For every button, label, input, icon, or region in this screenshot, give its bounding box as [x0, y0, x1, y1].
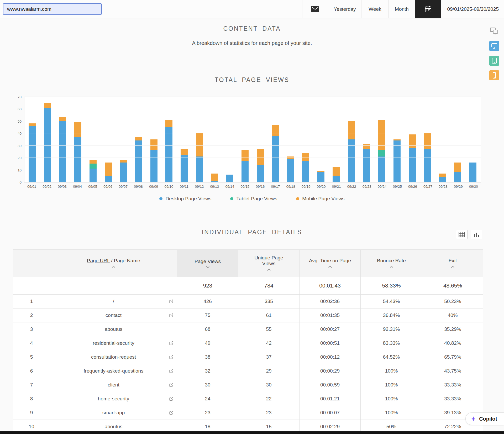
- x-axis-label: 09/18: [285, 185, 297, 189]
- bar-09/20[interactable]: [317, 171, 324, 182]
- external-link-icon[interactable]: [169, 341, 174, 346]
- bar-09/22[interactable]: [348, 121, 355, 182]
- tab-month[interactable]: Month: [388, 0, 415, 18]
- bar-09/03[interactable]: [59, 117, 66, 182]
- email-report-button[interactable]: [302, 0, 328, 18]
- bar-09/14[interactable]: [226, 175, 233, 182]
- bar-09/16[interactable]: [257, 149, 264, 182]
- tablet-toggle[interactable]: [489, 56, 499, 66]
- bar-09/15[interactable]: [242, 150, 249, 182]
- bar-09/10[interactable]: [165, 120, 172, 182]
- x-axis-label: 09/11: [178, 185, 190, 189]
- desktop-toggle[interactable]: [489, 41, 499, 51]
- page-url-sort-link[interactable]: Page URL: [87, 258, 110, 263]
- col-exit[interactable]: Exit: [422, 250, 483, 277]
- legend-item-mobile[interactable]: Mobile Page Views: [296, 196, 344, 202]
- table-view-button[interactable]: [456, 230, 468, 239]
- bar-09/24[interactable]: [378, 120, 385, 182]
- bar-09/07[interactable]: [120, 160, 127, 182]
- time-cell: 00:00:59: [300, 378, 361, 392]
- bar-09/11[interactable]: [181, 149, 188, 182]
- col-bounce-rate[interactable]: Bounce Rate: [361, 250, 422, 277]
- legend-label: Mobile Page Views: [302, 196, 344, 202]
- bar-09/05[interactable]: [90, 160, 97, 182]
- bar-09/01[interactable]: [29, 123, 36, 182]
- bar-09/28[interactable]: [439, 174, 446, 182]
- bar-segment-mobile: [90, 160, 97, 164]
- sort-caret-down-icon: [206, 265, 209, 268]
- legend-label: Desktop Page Views: [165, 196, 211, 202]
- bar-segment-desktop: [90, 169, 97, 182]
- bar-09/08[interactable]: [135, 137, 142, 182]
- bar-09/04[interactable]: [74, 122, 81, 182]
- external-link-icon[interactable]: [169, 369, 174, 373]
- external-link-icon[interactable]: [169, 313, 174, 318]
- bar-segment-desktop: [439, 177, 446, 182]
- details-title: INDIVIDUAL PAGE DETAILS: [0, 229, 504, 236]
- bar-09/06[interactable]: [105, 163, 112, 182]
- bounce-cell: 100%: [361, 378, 422, 392]
- page-cell: consultation-request: [50, 350, 177, 364]
- bar-segment-mobile: [454, 163, 461, 172]
- external-link-icon[interactable]: [169, 397, 174, 401]
- legend-item-desktop[interactable]: Desktop Page Views: [159, 196, 211, 202]
- external-link-icon[interactable]: [169, 411, 174, 415]
- bar-segment-tablet: [90, 164, 97, 169]
- custom-date-range-button[interactable]: [415, 0, 441, 18]
- external-link-icon[interactable]: [169, 355, 174, 359]
- bar-09/09[interactable]: [150, 139, 158, 182]
- x-axis-label: 09/26: [407, 185, 419, 189]
- bar-09/30[interactable]: [469, 163, 476, 182]
- page-name: home-security: [98, 396, 129, 401]
- bar-segment-desktop: [120, 163, 127, 182]
- bar-09/25[interactable]: [393, 139, 401, 182]
- col-unique-page-views[interactable]: Unique Page Views: [238, 250, 300, 277]
- chart-legend: Desktop Page ViewsTablet Page ViewsMobil…: [0, 196, 504, 202]
- bar-09/02[interactable]: [44, 103, 51, 182]
- exit-cell: 35.29%: [422, 322, 483, 336]
- sparkle-icon: [471, 416, 476, 422]
- views-cell: 68: [177, 322, 238, 336]
- bar-chart-icon: [473, 232, 480, 237]
- date-range-display[interactable]: 09/01/2025-09/30/2025: [441, 6, 504, 12]
- col-page-url[interactable]: Page URL / Page Name: [50, 250, 177, 277]
- bar-segment-desktop: [181, 155, 188, 182]
- copilot-button[interactable]: Copilot: [465, 412, 504, 425]
- external-link-icon[interactable]: [169, 299, 174, 304]
- bar-segment-mobile: [120, 160, 127, 162]
- page-name: frequently-asked-questions: [83, 368, 143, 374]
- unique-cell: 23: [238, 406, 300, 420]
- legend-item-tablet[interactable]: Tablet Page Views: [230, 196, 277, 202]
- chart-view-button[interactable]: [471, 230, 482, 239]
- bar-09/26[interactable]: [409, 134, 416, 182]
- views-cell: 426: [177, 295, 238, 308]
- copilot-label: Copilot: [479, 416, 497, 422]
- bar-09/19[interactable]: [302, 153, 309, 182]
- col-page-views[interactable]: Page Views: [177, 250, 238, 277]
- mobile-toggle[interactable]: [489, 70, 499, 80]
- summary-page-views: 923: [177, 277, 238, 295]
- gridline: [25, 121, 481, 121]
- bar-09/29[interactable]: [454, 163, 461, 182]
- col-avg-time[interactable]: Avg. Time on Page: [300, 250, 361, 277]
- external-link-icon[interactable]: [169, 383, 174, 387]
- all-devices-toggle[interactable]: [489, 26, 499, 36]
- bar-segment-mobile: [211, 174, 218, 181]
- bounce-cell: 83.33%: [361, 336, 422, 350]
- tab-week[interactable]: Week: [361, 0, 388, 18]
- bar-09/13[interactable]: [211, 174, 218, 182]
- site-url-input[interactable]: [3, 3, 102, 15]
- chart-section: TOTAL PAGE VIEWS 010203040506070 09/0109…: [0, 61, 504, 216]
- bar-09/23[interactable]: [363, 144, 370, 182]
- x-axis-label: 09/22: [346, 185, 358, 189]
- rank-cell: 5: [13, 350, 50, 364]
- rank-cell: 3: [13, 322, 50, 336]
- bar-09/18[interactable]: [287, 156, 294, 182]
- time-cell: 00:00:51: [300, 336, 361, 350]
- table-row: 7client303000:00:59100%33.33%: [13, 378, 483, 392]
- summary-avg-time: 00:01:43: [300, 277, 361, 295]
- summary-exit: 48.65%: [422, 277, 483, 295]
- tab-yesterday[interactable]: Yesterday: [328, 0, 361, 18]
- bar-segment-mobile: [302, 153, 309, 161]
- page-cell: /: [50, 295, 177, 308]
